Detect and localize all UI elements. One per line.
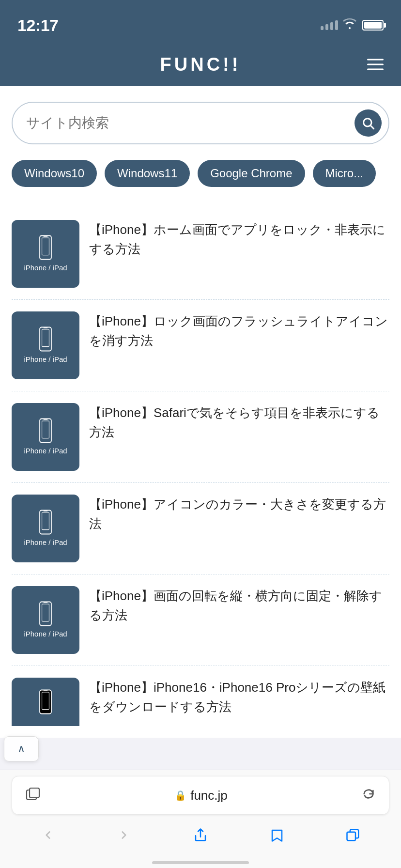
tag-google-chrome[interactable]: Google Chrome bbox=[198, 160, 305, 187]
status-time: 12:17 bbox=[17, 16, 58, 35]
tag-windows10[interactable]: Windows10 bbox=[12, 160, 97, 187]
article-title: 【iPhone】Safariで気をそらす項目を非表示にする方法 bbox=[89, 403, 389, 442]
article-thumb-label: iPhone / iPad bbox=[24, 629, 67, 639]
article-thumb: iPhone / iPad bbox=[12, 220, 79, 288]
svg-rect-8 bbox=[40, 419, 51, 443]
status-icons bbox=[321, 18, 384, 32]
article-list: iPhone / iPad 【iPhone】ホーム画面でアプリをロック・非表示に… bbox=[12, 204, 389, 726]
article-item[interactable]: 【iPhone】iPhone16・iPhone16 Proシリーズの壁紙をダウン… bbox=[12, 666, 389, 726]
article-item[interactable]: iPhone / iPad 【iPhone】ホーム画面でアプリをロック・非表示に… bbox=[12, 208, 389, 300]
svg-line-1 bbox=[370, 125, 373, 128]
svg-rect-3 bbox=[42, 238, 49, 255]
article-thumb: iPhone / iPad bbox=[12, 311, 79, 379]
svg-rect-21 bbox=[30, 788, 39, 798]
browser-url-bar[interactable]: 🔒 func.jp bbox=[12, 776, 389, 815]
battery-icon bbox=[362, 20, 384, 31]
svg-rect-22 bbox=[347, 832, 356, 841]
iphone-icon bbox=[33, 418, 58, 443]
iphone-icon bbox=[33, 235, 58, 260]
chevron-up-icon: ∧ bbox=[17, 743, 25, 755]
forward-button[interactable] bbox=[107, 821, 141, 850]
article-item[interactable]: iPhone / iPad 【iPhone】画面の回転を縦・横方向に固定・解除す… bbox=[12, 574, 389, 666]
browser-nav bbox=[0, 819, 401, 859]
scroll-top-button[interactable]: ∧ bbox=[4, 736, 39, 761]
article-title: 【iPhone】iPhone16・iPhone16 Proシリーズの壁紙をダウン… bbox=[89, 678, 389, 717]
iphone-icon bbox=[33, 510, 58, 535]
article-thumb: iPhone / iPad bbox=[12, 403, 79, 471]
back-button[interactable] bbox=[31, 821, 65, 850]
tab-switcher-icon bbox=[26, 787, 40, 804]
search-input[interactable] bbox=[26, 115, 355, 131]
tags-row: Windows10 Windows11 Google Chrome Micro.… bbox=[12, 160, 389, 187]
url-display: 🔒 func.jp bbox=[48, 788, 354, 803]
browser-bottom-bar: 🔒 func.jp bbox=[0, 770, 401, 868]
svg-rect-11 bbox=[40, 511, 51, 534]
svg-rect-5 bbox=[40, 327, 51, 351]
tag-micro[interactable]: Micro... bbox=[313, 160, 376, 187]
article-thumb-label: iPhone / iPad bbox=[24, 263, 67, 273]
tabs-button[interactable] bbox=[336, 821, 370, 850]
article-thumb: iPhone / iPad bbox=[12, 495, 79, 562]
article-thumb: iPhone / iPad bbox=[12, 586, 79, 654]
search-bar bbox=[12, 102, 389, 144]
svg-rect-9 bbox=[42, 421, 49, 438]
share-button[interactable] bbox=[184, 821, 217, 850]
tag-windows11[interactable]: Windows11 bbox=[105, 160, 190, 187]
lock-icon: 🔒 bbox=[174, 790, 186, 801]
refresh-button[interactable] bbox=[362, 787, 375, 804]
article-title: 【iPhone】画面の回転を縦・横方向に固定・解除する方法 bbox=[89, 586, 389, 625]
article-item[interactable]: iPhone / iPad 【iPhone】Safariで気をそらす項目を非表示… bbox=[12, 391, 389, 483]
svg-rect-15 bbox=[42, 604, 49, 621]
iphone-icon bbox=[33, 689, 58, 714]
article-thumb-label: iPhone / iPad bbox=[24, 355, 67, 364]
iphone-icon bbox=[33, 326, 58, 352]
article-thumb-label: iPhone / iPad bbox=[24, 446, 67, 456]
svg-rect-6 bbox=[42, 329, 49, 347]
site-logo: FUNC!! bbox=[160, 54, 241, 75]
main-content: Windows10 Windows11 Google Chrome Micro.… bbox=[0, 86, 401, 738]
article-title: 【iPhone】アイコンのカラー・大きさを変更する方法 bbox=[89, 495, 389, 534]
svg-rect-12 bbox=[42, 512, 49, 530]
article-thumb-label: iPhone / iPad bbox=[24, 538, 67, 547]
svg-rect-14 bbox=[40, 602, 51, 626]
status-bar: 12:17 bbox=[0, 0, 401, 43]
search-container bbox=[12, 102, 389, 144]
article-title: 【iPhone】ホーム画面でアプリをロック・非表示にする方法 bbox=[89, 220, 389, 259]
signal-icon bbox=[321, 20, 338, 30]
hamburger-menu-button[interactable] bbox=[367, 59, 384, 70]
svg-rect-18 bbox=[42, 692, 49, 710]
wifi-icon bbox=[343, 18, 356, 32]
article-item[interactable]: iPhone / iPad 【iPhone】ロック画面のフラッシュライトアイコン… bbox=[12, 300, 389, 391]
home-indicator bbox=[152, 861, 249, 864]
iphone-icon bbox=[33, 601, 58, 626]
article-title: 【iPhone】ロック画面のフラッシュライトアイコンを消す方法 bbox=[89, 311, 389, 351]
bookmarks-button[interactable] bbox=[260, 821, 294, 850]
svg-rect-2 bbox=[40, 236, 51, 260]
site-header: FUNC!! bbox=[0, 43, 401, 86]
search-button[interactable] bbox=[355, 109, 382, 137]
domain-text: func.jp bbox=[190, 788, 228, 803]
search-icon bbox=[361, 116, 375, 130]
article-item[interactable]: iPhone / iPad 【iPhone】アイコンのカラー・大きさを変更する方… bbox=[12, 483, 389, 574]
article-thumb bbox=[12, 678, 79, 726]
